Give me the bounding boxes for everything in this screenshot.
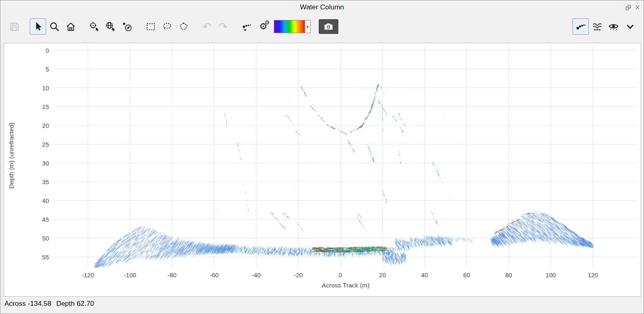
- undo-icon: ↶: [202, 21, 211, 32]
- x-tick-label: 0: [339, 272, 342, 278]
- save-icon: [9, 21, 20, 32]
- zoom-tool-button[interactable]: [46, 18, 62, 35]
- colormap-select[interactable]: ▾: [274, 20, 311, 33]
- y-tick-label: 45: [30, 216, 49, 223]
- x-tick-label: -80: [168, 272, 177, 278]
- x-tick-label: 20: [379, 272, 386, 278]
- visibility-button[interactable]: [605, 18, 622, 35]
- snapshot-button[interactable]: [319, 19, 338, 34]
- x-tick-label: -60: [210, 272, 219, 278]
- lasso-select-button[interactable]: [159, 18, 175, 35]
- y-tick-label: 30: [30, 160, 49, 167]
- probe-tool-button[interactable]: [86, 18, 102, 35]
- status-across-value: -134.58: [28, 300, 51, 307]
- colormap-gradient: [274, 20, 305, 33]
- x-tick-label: -40: [252, 272, 261, 278]
- toolbar: ↶ ↷ ⚙⚙ ▾: [0, 14, 644, 39]
- y-tick-label: 25: [30, 141, 49, 148]
- y-tick-label: 0: [30, 47, 49, 53]
- point-display-options-button[interactable]: [239, 18, 255, 35]
- fan-waves-icon: [592, 21, 603, 32]
- fan-display-button[interactable]: [589, 18, 605, 35]
- x-tick-label: -120: [82, 272, 94, 278]
- y-tick-label: 40: [30, 197, 49, 204]
- chevron-down-icon: [624, 21, 635, 32]
- status-bar: Across-134.58Depth62.70: [4, 300, 96, 308]
- x-axis-label: Across Track (m): [322, 282, 369, 289]
- gears-icon: ⚙⚙: [259, 22, 267, 31]
- x-tick-label: -100: [124, 272, 136, 278]
- geo-pick-tool-button[interactable]: [102, 18, 119, 35]
- scatter-points-icon: [575, 21, 586, 32]
- camera-icon: [323, 21, 334, 32]
- y-tick-label: 10: [30, 85, 49, 91]
- y-axis-label: Depth (m) (unrefracted): [8, 122, 15, 189]
- eye-icon: [608, 21, 619, 32]
- scatter-display-button[interactable]: [573, 18, 589, 35]
- collapse-toolbar-button[interactable]: [622, 18, 638, 35]
- y-tick-label: 20: [30, 122, 49, 129]
- y-tick-label: 35: [30, 178, 49, 185]
- water-column-plot[interactable]: [4, 43, 642, 297]
- settings-button[interactable]: ⚙⚙: [255, 18, 271, 35]
- plot-panel: Depth (m) (unrefracted) Across Track (m)…: [4, 43, 641, 297]
- rectangle-select-button[interactable]: [142, 18, 159, 35]
- save-button[interactable]: [6, 18, 22, 35]
- colormap-dropdown-arrow: ▾: [305, 20, 310, 33]
- lasso-select-icon: [162, 21, 173, 32]
- status-depth-value: 62.70: [77, 300, 94, 307]
- window-title: Water Column: [300, 3, 344, 11]
- polygon-select-button[interactable]: [175, 18, 191, 35]
- points-dropdown-icon: [242, 21, 253, 32]
- compass-sphere-icon: [122, 21, 133, 32]
- y-tick-label: 50: [30, 235, 49, 242]
- status-across-label: Across: [4, 300, 26, 307]
- globe-cursor-icon: [105, 21, 116, 32]
- x-tick-label: 120: [588, 272, 598, 278]
- status-depth-label: Depth: [56, 300, 75, 307]
- magnifier-icon: [49, 21, 60, 32]
- x-tick-label: -20: [294, 272, 303, 278]
- y-tick-label: 15: [30, 103, 49, 110]
- y-tick-label: 55: [30, 254, 49, 261]
- rectangle-select-icon: [145, 21, 156, 32]
- redo-icon: ↷: [219, 21, 228, 32]
- undo-button[interactable]: ↶: [199, 18, 215, 35]
- x-tick-label: 100: [546, 272, 556, 278]
- water-column-window: Water Column: [0, 0, 644, 314]
- x-tick-label: 60: [463, 272, 470, 278]
- y-tick-label: 5: [30, 65, 49, 72]
- undock-window-button[interactable]: [625, 4, 631, 11]
- x-tick-label: 40: [421, 272, 428, 278]
- titlebar: Water Column: [0, 0, 644, 14]
- rotate-tool-button[interactable]: [119, 18, 135, 35]
- polygon-select-icon: [178, 21, 189, 32]
- close-window-button[interactable]: [635, 4, 640, 10]
- crosshair-cursor-icon: [89, 21, 100, 32]
- cursor-arrow-icon: [33, 21, 43, 32]
- redo-button[interactable]: ↷: [215, 18, 231, 35]
- x-tick-label: 80: [505, 272, 512, 278]
- home-icon: [65, 21, 76, 32]
- select-tool-button[interactable]: [30, 18, 46, 35]
- home-view-button[interactable]: [62, 18, 79, 35]
- close-icon: [635, 4, 640, 10]
- y-axis-label-wrap: Depth (m) (unrefracted): [6, 43, 17, 268]
